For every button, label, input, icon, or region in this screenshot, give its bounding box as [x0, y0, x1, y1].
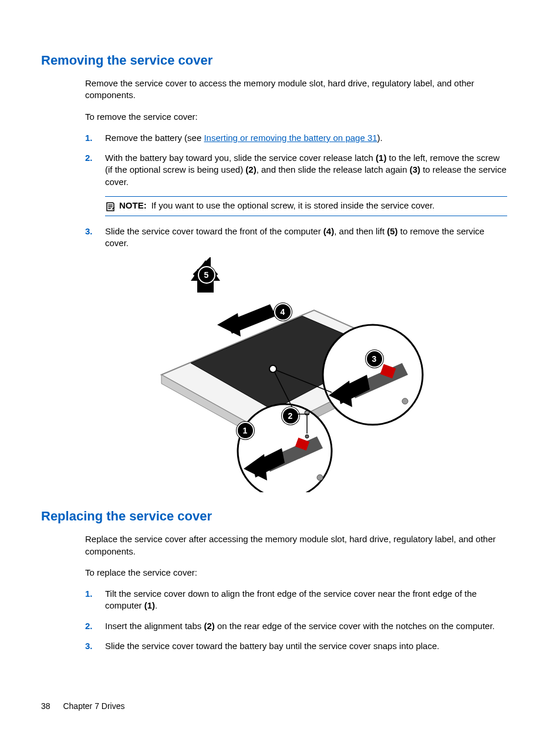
callout-1: 1: [237, 422, 254, 439]
step-3: 3. Slide the service cover toward the fr…: [85, 226, 507, 250]
step-text: Slide the service cover toward the batte…: [105, 640, 507, 652]
svg-point-11: [269, 365, 276, 372]
page-number: 38: [41, 701, 50, 711]
step-text: With the battery bay toward you, slide t…: [105, 152, 507, 188]
lead-in-paragraph: To replace the service cover:: [85, 567, 507, 579]
step-number: 3.: [85, 640, 105, 652]
callout-4: 4: [274, 303, 292, 321]
intro-paragraph: Remove the service cover to access the m…: [85, 78, 507, 102]
svg-marker-6: [217, 313, 241, 337]
battery-link[interactable]: Inserting or removing the battery on pag…: [204, 133, 377, 143]
step-2: 2. Insert the alignment tabs (2) on the …: [85, 620, 507, 632]
steps-list-replacing: 1. Tilt the service cover down to align …: [85, 588, 507, 652]
note-icon: [105, 201, 116, 212]
section-heading-removing: Removing the service cover: [41, 53, 519, 68]
step-1: 1. Tilt the service cover down to align …: [85, 588, 507, 612]
step-2: 2. With the battery bay toward you, slid…: [85, 152, 507, 188]
step-number: 2.: [85, 152, 105, 164]
note-text: If you want to use the optional screw, i…: [151, 200, 435, 210]
step-number: 3.: [85, 226, 105, 237]
svg-point-24: [317, 475, 323, 480]
step-1: 1. Remove the battery (see Inserting or …: [85, 132, 507, 144]
leader-line-icon: [298, 411, 309, 417]
steps-list-removing: 1. Remove the battery (see Inserting or …: [85, 132, 507, 188]
step-text: Insert the alignment tabs (2) on the rea…: [105, 620, 507, 632]
step-number: 1.: [85, 132, 105, 144]
step-text: Tilt the service cover down to align the…: [105, 588, 507, 612]
steps-list-removing-cont: 3. Slide the service cover toward the fr…: [85, 226, 507, 250]
lead-in-paragraph: To remove the service cover:: [85, 111, 507, 123]
step-number: 1.: [85, 588, 105, 600]
service-cover-figure: 5 4 3 2 1: [150, 257, 443, 492]
note-label: NOTE:: [119, 200, 147, 210]
svg-point-22: [305, 435, 309, 438]
step-text: Slide the service cover toward the front…: [105, 226, 507, 250]
note-box: NOTE:If you want to use the optional scr…: [105, 196, 507, 216]
svg-point-23: [402, 398, 408, 404]
step-3: 3. Slide the service cover toward the ba…: [85, 640, 507, 652]
step-text: Remove the battery (see Inserting or rem…: [105, 132, 507, 144]
intro-paragraph: Replace the service cover after accessin…: [85, 533, 507, 557]
page-footer: 38 Chapter 7 Drives: [41, 701, 125, 711]
step-number: 2.: [85, 620, 105, 632]
chapter-label: Chapter 7 Drives: [63, 701, 124, 711]
note-content: NOTE:If you want to use the optional scr…: [119, 200, 434, 210]
laptop-illustration: [150, 257, 443, 492]
callout-5: 5: [198, 266, 215, 284]
section-heading-replacing: Replacing the service cover: [41, 509, 519, 524]
callout-3: 3: [366, 350, 383, 368]
callout-2: 2: [282, 407, 299, 425]
